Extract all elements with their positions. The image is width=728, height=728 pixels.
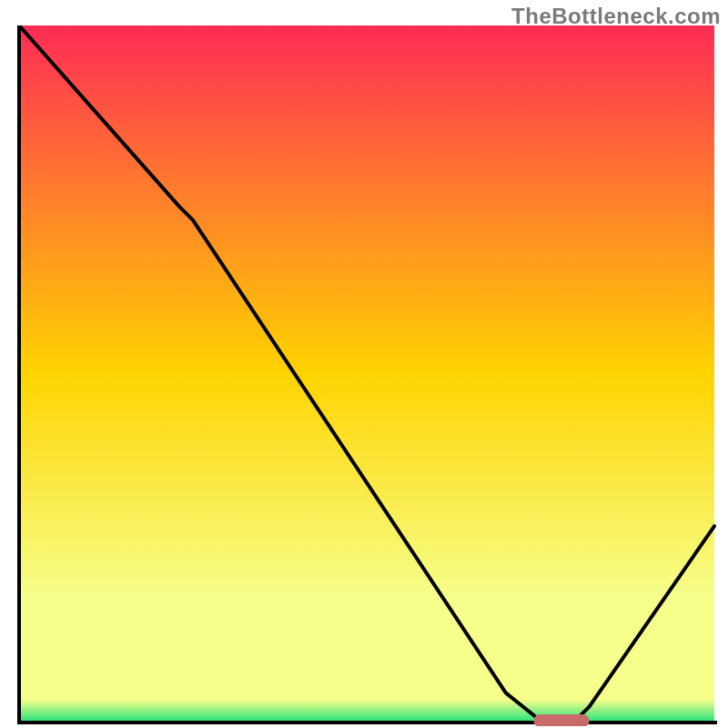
optimal-marker (533, 714, 589, 726)
chart-canvas: TheBottleneck.com (0, 0, 728, 728)
gradient-field (19, 25, 714, 721)
chart-svg (16, 25, 717, 726)
plot-area (16, 25, 717, 726)
